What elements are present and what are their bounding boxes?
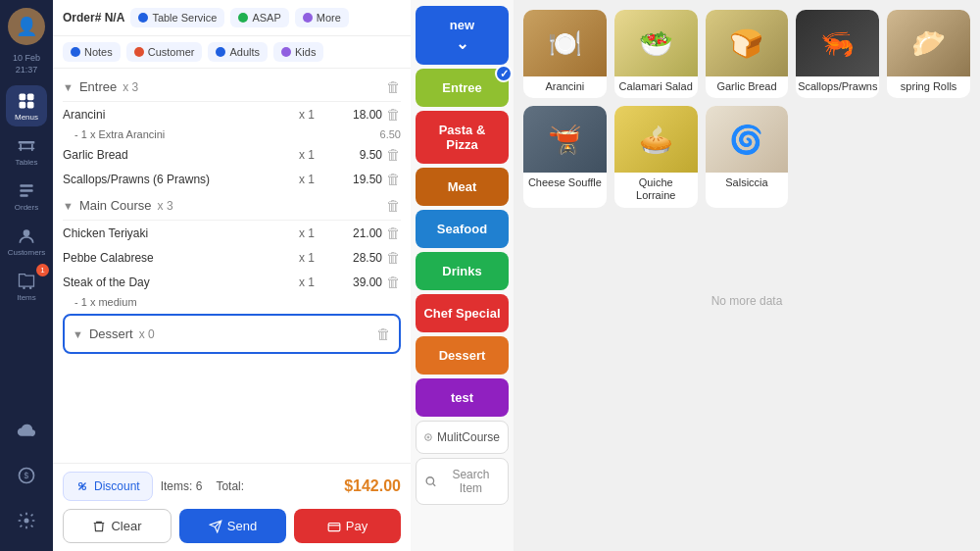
table-service-icon	[138, 13, 148, 23]
svg-text:$: $	[24, 471, 29, 480]
category-seafood-btn[interactable]: Seafood	[416, 210, 509, 248]
entree-check-icon: ✓	[495, 65, 513, 82]
souffle-label: Cheese Souffle	[524, 173, 606, 194]
category-entree-btn[interactable]: Entree ✓	[416, 69, 509, 107]
svg-point-12	[23, 286, 25, 289]
delete-item-btn[interactable]: 🗑	[386, 146, 401, 163]
category-drinks-btn[interactable]: Drinks	[416, 252, 509, 290]
list-item: Chicken Teriyaki x 1 21.00 🗑	[63, 221, 401, 245]
svg-rect-6	[31, 143, 33, 151]
list-item: Pebbe Calabrese x 1 28.50 🗑	[63, 245, 401, 270]
menu-item-quiche[interactable]: 🥧 Quiche Lorraine	[614, 106, 698, 207]
svg-rect-0	[20, 93, 26, 100]
svg-rect-7	[19, 148, 35, 150]
clear-icon	[92, 520, 106, 533]
avatar: 👤	[8, 8, 45, 45]
order-panel: Order# N/A Table Service ASAP More Notes…	[53, 0, 411, 551]
category-entree[interactable]: ▼ Entree x 3 🗑	[63, 73, 401, 102]
salsiccia-label: Salsiccia	[721, 173, 771, 194]
springrolls-image: 🥟	[887, 10, 970, 76]
svg-rect-3	[27, 102, 34, 109]
clear-button[interactable]: Clear	[63, 509, 172, 543]
list-item: - 1 x Extra Arancini 6.50	[63, 126, 401, 142]
svg-point-17	[79, 483, 83, 487]
category-meat-btn[interactable]: Meat	[416, 168, 509, 206]
menu-item-springrolls[interactable]: 🥟 spring Rolls	[887, 10, 970, 98]
delete-item-btn[interactable]: 🗑	[386, 106, 401, 123]
sidebar-item-tables[interactable]: Tables	[6, 130, 47, 172]
send-button[interactable]: Send	[179, 509, 286, 543]
category-dessert-qty: x 0	[139, 327, 155, 341]
kids-btn[interactable]: Kids	[273, 42, 323, 62]
sidebar-item-cloud[interactable]	[6, 410, 47, 451]
menu-item-calamari[interactable]: 🥗 Calamari Salad	[614, 10, 698, 98]
svg-rect-10	[20, 194, 27, 197]
order-id: Order# N/A	[63, 11, 124, 25]
list-item: Scallops/Prawns (6 Prawns) x 1 19.50 🗑	[63, 167, 401, 191]
category-chef-btn[interactable]: Chef Special	[416, 294, 509, 332]
sidebar-item-menus[interactable]: Menus	[6, 85, 47, 126]
sidebar-item-orders[interactable]: Orders	[6, 175, 47, 217]
menu-item-garlic[interactable]: 🍞 Garlic Bread	[706, 10, 789, 98]
items-grid: 🍽️ Arancini 🥗 Calamari Salad 🍞 Garlic Br…	[523, 10, 970, 308]
asap-btn[interactable]: ASAP	[230, 8, 288, 27]
order-footer: Discount Items: 6 Total: $142.00 Clear S…	[53, 463, 411, 551]
search-icon	[424, 475, 437, 488]
sidebar-item-tables-label: Tables	[15, 158, 37, 167]
category-pasta-btn[interactable]: Pasta & Pizza	[416, 111, 509, 164]
category-new-btn[interactable]: new ⌄	[416, 6, 509, 65]
adults-btn[interactable]: Adults	[208, 42, 268, 62]
pay-icon	[327, 520, 341, 533]
total-value: $142.00	[344, 477, 401, 495]
kids-icon	[281, 47, 291, 57]
order-top-bar: Order# N/A Table Service ASAP More	[53, 0, 411, 36]
quiche-label: Quiche Lorraine	[614, 173, 698, 207]
pay-button[interactable]: Pay	[294, 509, 401, 543]
list-item: - 1 x medium	[63, 294, 401, 310]
delete-item-btn[interactable]: 🗑	[386, 274, 401, 290]
table-service-btn[interactable]: Table Service	[130, 8, 224, 27]
sidebar-item-settings[interactable]	[6, 500, 47, 541]
menu-item-souffle[interactable]: 🫕 Cheese Souffle	[523, 106, 607, 207]
sidebar-item-orders-label: Orders	[15, 203, 38, 212]
order-second-bar: Notes Customer Adults Kids	[53, 36, 411, 69]
category-dessert[interactable]: ▼ Dessert x 0 🗑	[73, 320, 391, 348]
more-icon	[303, 13, 313, 23]
delete-item-btn[interactable]: 🗑	[386, 225, 401, 241]
category-test-btn[interactable]: test	[416, 378, 509, 417]
menu-item-arancini[interactable]: 🍽️ Arancini	[523, 10, 607, 98]
garlic-image: 🍞	[706, 10, 789, 76]
sidebar-item-items-label: Items	[17, 293, 36, 302]
menu-item-scallops[interactable]: 🦐 Scallops/Prawns	[796, 10, 879, 98]
quiche-image: 🥧	[614, 106, 698, 173]
salsiccia-image: 🌀	[706, 106, 789, 173]
more-btn[interactable]: More	[295, 8, 349, 27]
sidebar-item-menus-label: Menus	[15, 113, 38, 122]
search-item-button[interactable]: Search Item	[416, 458, 509, 505]
category-main[interactable]: ▼ Main Course x 3 🗑	[63, 191, 401, 221]
notes-btn[interactable]: Notes	[63, 42, 121, 62]
sidebar: 👤 10 Feb 21:37 Menus Tables Orders Custo…	[0, 0, 53, 551]
order-items-list: ▼ Entree x 3 🗑 Arancini x 1 18.00 🗑 - 1 …	[53, 69, 411, 463]
date-time: 10 Feb 21:37	[13, 53, 40, 75]
svg-point-24	[426, 477, 433, 484]
category-dessert-btn[interactable]: Dessert	[416, 336, 509, 375]
calamari-image: 🥗	[614, 10, 698, 76]
customer-btn[interactable]: Customer	[126, 42, 203, 62]
sidebar-item-billing[interactable]: $	[6, 455, 47, 496]
customer-icon	[134, 47, 144, 57]
sidebar-item-items[interactable]: 1 Items	[6, 266, 47, 307]
discount-button[interactable]: Discount	[63, 472, 153, 501]
sidebar-item-customers[interactable]: Customers	[6, 221, 47, 262]
delete-entree-btn[interactable]: 🗑	[386, 78, 401, 95]
sidebar-item-customers-label: Customers	[8, 248, 46, 257]
delete-item-btn[interactable]: 🗑	[386, 171, 401, 187]
svg-rect-9	[20, 189, 32, 192]
multicourse-button[interactable]: MulitCourse	[416, 421, 509, 454]
menu-item-salsiccia[interactable]: 🌀 Salsiccia	[706, 106, 789, 207]
delete-main-btn[interactable]: 🗑	[386, 197, 401, 214]
delete-dessert-btn[interactable]: 🗑	[376, 326, 391, 342]
chevron-icon: ▼	[63, 81, 74, 93]
no-more-data-label: No more data	[523, 294, 970, 308]
delete-item-btn[interactable]: 🗑	[386, 249, 401, 266]
